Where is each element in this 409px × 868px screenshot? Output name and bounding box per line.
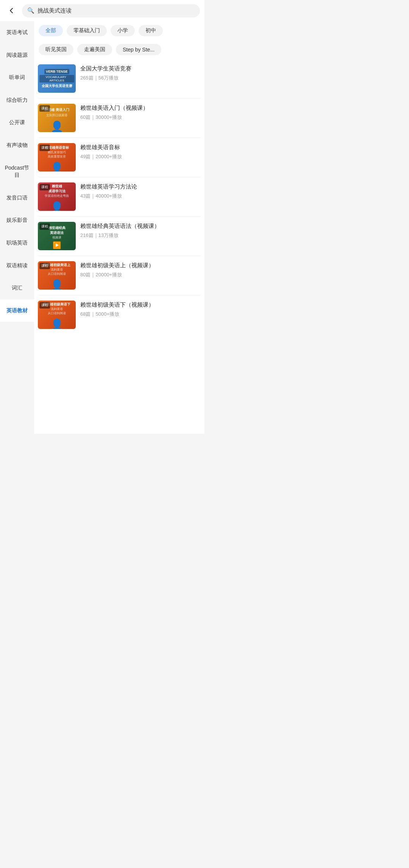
course-item-1[interactable]: VERB TENSE VOCABULARY ARTICLES 全国大学生英语竞赛…	[38, 59, 201, 98]
course-item-2[interactable]: 课程 赖世雄 美语入门 立刻开口说英语 👤 赖世雄美语入门（视频课） 60篇｜3…	[38, 98, 201, 138]
course-info-1: 全国大学生英语竞赛 265篇｜56万播放	[80, 64, 201, 81]
course-meta-5: 216篇｜13万播放	[80, 232, 201, 239]
sidebar: 英语考试 阅读题源 听单词 综合听力 公开课 有声读物 Podcast节目 发音…	[0, 21, 34, 434]
course-thumbnail-7: 课程 赖世雄初级美语下 流利美语 从口语到阅读 👤	[38, 301, 76, 329]
header: 🔍 挑战美式连读	[0, 0, 204, 21]
course-meta-1: 265篇｜56万播放	[80, 75, 201, 81]
course-item-4[interactable]: 课程 赖世雄 英语学习法 学英语拒绝走弯路 👤 赖世雄英语学习方法论 43篇｜4…	[38, 177, 201, 217]
course-title-7: 赖世雄初级美语下（视频课）	[80, 301, 201, 309]
filter-step-by-step[interactable]: Step by Ste...	[116, 44, 161, 55]
filter-row-2: 听见英国 走遍美国 Step by Ste...	[34, 40, 204, 59]
course-thumbnail-1: VERB TENSE VOCABULARY ARTICLES 全国大学生英语竞赛	[38, 64, 76, 93]
course-item-7[interactable]: 课程 赖世雄初级美语下 流利美语 从口语到阅读 👤 赖世雄初级美语下（视频课） …	[38, 295, 201, 334]
filter-middle[interactable]: 初中	[139, 25, 163, 36]
course-title-6: 赖世雄初级美语上（视频课）	[80, 261, 201, 269]
filter-hear-england[interactable]: 听见英国	[39, 44, 73, 55]
course-badge-3: 课程	[39, 145, 50, 151]
course-badge-2: 课程	[39, 105, 50, 112]
sidebar-item-pronunciation[interactable]: 发音口语	[0, 187, 34, 209]
course-thumbnail-2: 课程 赖世雄 美语入门 立刻开口说英语 👤	[38, 104, 76, 132]
sidebar-item-vocabulary[interactable]: 词汇	[0, 277, 34, 299]
course-list: VERB TENSE VOCABULARY ARTICLES 全国大学生英语竞赛…	[34, 59, 204, 334]
sidebar-item-entertainment[interactable]: 娱乐影音	[0, 209, 34, 232]
course-info-2: 赖世雄美语入门（视频课） 60篇｜30000+播放	[80, 104, 201, 121]
course-info-4: 赖世雄英语学习方法论 43篇｜40000+播放	[80, 182, 201, 199]
course-item-3[interactable]: 课程 赖世雄美语音标 赖氏发音技巧 高效重塑发音 👤 赖世雄美语音标 49篇｜2…	[38, 138, 201, 177]
course-info-5: 赖世雄经典英语语法（视频课） 216篇｜13万播放	[80, 222, 201, 239]
search-text: 挑战美式连读	[37, 7, 72, 14]
main-layout: 英语考试 阅读题源 听单词 综合听力 公开课 有声读物 Podcast节目 发音…	[0, 21, 204, 434]
sidebar-item-bilingual[interactable]: 双语精读	[0, 254, 34, 277]
sidebar-item-english-exam[interactable]: 英语考试	[0, 21, 34, 44]
content-area: 全部 零基础入门 小学 初中 听见英国 走遍美国 Step by Ste... …	[34, 21, 204, 434]
course-thumbnail-3: 课程 赖世雄美语音标 赖氏发音技巧 高效重塑发音 👤	[38, 143, 76, 171]
back-button[interactable]	[5, 4, 18, 17]
course-info-7: 赖世雄初级美语下（视频课） 68篇｜5000+播放	[80, 301, 201, 318]
sidebar-item-reading-source[interactable]: 阅读题源	[0, 44, 34, 67]
sidebar-item-english-textbook[interactable]: 英语教材	[0, 299, 34, 322]
course-badge-4: 课程	[39, 184, 50, 190]
course-badge-7: 课程	[39, 302, 50, 309]
filter-all[interactable]: 全部	[39, 25, 63, 36]
filter-row-1: 全部 零基础入门 小学 初中	[34, 21, 204, 40]
course-title-1: 全国大学生英语竞赛	[80, 64, 201, 72]
course-info-6: 赖世雄初级美语上（视频课） 80篇｜20000+播放	[80, 261, 201, 278]
sidebar-item-listen-words[interactable]: 听单词	[0, 66, 34, 89]
course-meta-4: 43篇｜40000+播放	[80, 193, 201, 199]
course-info-3: 赖世雄美语音标 49篇｜20000+播放	[80, 143, 201, 160]
course-thumbnail-4: 课程 赖世雄 英语学习法 学英语拒绝走弯路 👤	[38, 182, 76, 211]
course-item-5[interactable]: 课程 赖世雄经典 英语语法 视频课 ▶️ 赖世雄经典英语语法（视频课） 216篇…	[38, 217, 201, 256]
sidebar-item-workplace[interactable]: 职场英语	[0, 232, 34, 254]
search-icon: 🔍	[27, 7, 34, 14]
course-thumbnail-5: 课程 赖世雄经典 英语语法 视频课 ▶️	[38, 222, 76, 250]
filter-zero-basics[interactable]: 零基础入门	[67, 25, 107, 36]
course-meta-2: 60篇｜30000+播放	[80, 114, 201, 121]
course-meta-6: 80篇｜20000+播放	[80, 271, 201, 278]
course-title-2: 赖世雄美语入门（视频课）	[80, 104, 201, 112]
course-title-5: 赖世雄经典英语语法（视频课）	[80, 222, 201, 230]
course-thumbnail-6: 课程 赖世雄初级美语上 流利美语 从口语到阅读 👤	[38, 261, 76, 290]
sidebar-item-audiobooks[interactable]: 有声读物	[0, 134, 34, 157]
course-item-6[interactable]: 课程 赖世雄初级美语上 流利美语 从口语到阅读 👤 赖世雄初级美语上（视频课） …	[38, 256, 201, 295]
course-title-4: 赖世雄英语学习方法论	[80, 182, 201, 190]
sidebar-item-open-courses[interactable]: 公开课	[0, 111, 34, 134]
filter-primary[interactable]: 小学	[111, 25, 135, 36]
sidebar-item-podcast[interactable]: Podcast节目	[0, 157, 34, 187]
sidebar-item-comprehensive[interactable]: 综合听力	[0, 89, 34, 112]
course-badge-6: 课程	[39, 263, 50, 269]
course-badge-5: 课程	[39, 223, 50, 230]
search-bar[interactable]: 🔍 挑战美式连读	[22, 4, 200, 17]
course-meta-3: 49篇｜20000+播放	[80, 153, 201, 160]
filter-travel-america[interactable]: 走遍美国	[77, 44, 112, 55]
course-meta-7: 68篇｜5000+播放	[80, 311, 201, 318]
course-title-3: 赖世雄美语音标	[80, 143, 201, 151]
